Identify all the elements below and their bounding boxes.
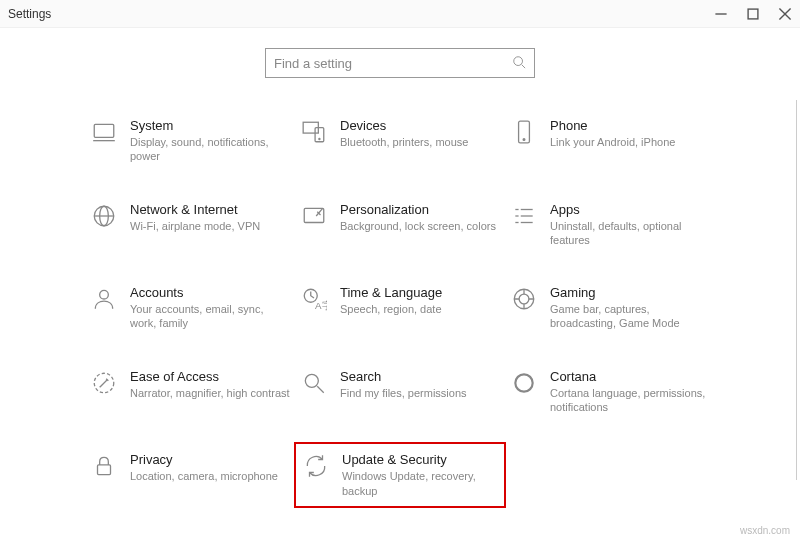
cortana-icon [510, 369, 538, 397]
tile-desc: Display, sound, notifications, power [130, 135, 290, 164]
tile-system[interactable]: System Display, sound, notifications, po… [90, 118, 290, 164]
tile-title: Cortana [550, 369, 710, 384]
minimize-icon[interactable] [714, 7, 728, 21]
gaming-icon [510, 285, 538, 313]
svg-point-27 [519, 294, 529, 304]
tile-devices[interactable]: Devices Bluetooth, printers, mouse [300, 118, 500, 164]
tile-title: Personalization [340, 202, 496, 217]
svg-text:A字: A字 [315, 300, 327, 311]
apps-icon [510, 202, 538, 230]
svg-rect-1 [748, 9, 758, 19]
svg-point-23 [100, 291, 109, 300]
tile-title: System [130, 118, 290, 133]
tile-phone[interactable]: Phone Link your Android, iPhone [510, 118, 710, 164]
system-icon [90, 118, 118, 146]
svg-line-30 [317, 386, 324, 393]
tile-title: Gaming [550, 285, 710, 300]
tile-desc: Wi-Fi, airplane mode, VPN [130, 219, 260, 233]
scrollbar[interactable] [796, 100, 797, 480]
phone-icon [510, 118, 538, 146]
tile-title: Apps [550, 202, 710, 217]
svg-point-31 [515, 374, 532, 391]
tile-desc: Your accounts, email, sync, work, family [130, 302, 290, 331]
svg-line-5 [522, 64, 526, 68]
settings-grid: System Display, sound, notifications, po… [0, 118, 800, 498]
tile-title: Phone [550, 118, 675, 133]
tile-time-language[interactable]: A字 Time & Language Speech, region, date [300, 285, 500, 331]
svg-point-12 [523, 139, 525, 141]
tile-desc: Bluetooth, printers, mouse [340, 135, 468, 149]
tile-desc: Speech, region, date [340, 302, 442, 316]
accounts-icon [90, 285, 118, 313]
tile-ease-of-access[interactable]: Ease of Access Narrator, magnifier, high… [90, 369, 290, 415]
tile-network[interactable]: Network & Internet Wi-Fi, airplane mode,… [90, 202, 290, 248]
tile-cortana[interactable]: Cortana Cortana language, permissions, n… [510, 369, 710, 415]
maximize-icon[interactable] [746, 7, 760, 21]
tile-title: Network & Internet [130, 202, 260, 217]
tile-desc: Find my files, permissions [340, 386, 467, 400]
svg-rect-6 [94, 124, 114, 137]
search-icon [512, 55, 526, 72]
svg-point-4 [514, 56, 523, 65]
search-tile-icon [300, 369, 328, 397]
devices-icon [300, 118, 328, 146]
tile-desc: Windows Update, recovery, backup [342, 469, 498, 498]
tile-personalization[interactable]: Personalization Background, lock screen,… [300, 202, 500, 248]
tile-desc: Link your Android, iPhone [550, 135, 675, 149]
window-title: Settings [8, 7, 51, 21]
svg-point-29 [305, 374, 318, 387]
svg-point-10 [319, 139, 320, 140]
search-box[interactable] [265, 48, 535, 78]
lock-icon [90, 452, 118, 480]
search-wrap [0, 48, 800, 78]
tile-accounts[interactable]: Accounts Your accounts, email, sync, wor… [90, 285, 290, 331]
tile-desc: Background, lock screen, colors [340, 219, 496, 233]
tile-desc: Location, camera, microphone [130, 469, 278, 483]
tile-title: Accounts [130, 285, 290, 300]
tile-title: Update & Security [342, 452, 498, 467]
tile-title: Search [340, 369, 467, 384]
tile-apps[interactable]: Apps Uninstall, defaults, optional featu… [510, 202, 710, 248]
title-bar: Settings [0, 0, 800, 28]
tile-title: Privacy [130, 452, 278, 467]
tile-desc: Cortana language, permissions, notificat… [550, 386, 710, 415]
tile-title: Devices [340, 118, 468, 133]
tile-desc: Narrator, magnifier, high contrast [130, 386, 290, 400]
ease-of-access-icon [90, 369, 118, 397]
watermark: wsxdn.com [740, 525, 790, 536]
search-input[interactable] [274, 56, 512, 71]
time-language-icon: A字 [300, 285, 328, 313]
tile-title: Time & Language [340, 285, 442, 300]
tile-update-security[interactable]: Update & Security Windows Update, recove… [294, 442, 506, 508]
globe-icon [90, 202, 118, 230]
tile-privacy[interactable]: Privacy Location, camera, microphone [90, 452, 290, 498]
window-controls [714, 7, 792, 21]
update-icon [302, 452, 330, 480]
personalization-icon [300, 202, 328, 230]
tile-gaming[interactable]: Gaming Game bar, captures, broadcasting,… [510, 285, 710, 331]
tile-title: Ease of Access [130, 369, 290, 384]
close-icon[interactable] [778, 7, 792, 21]
svg-rect-32 [98, 465, 111, 475]
tile-search[interactable]: Search Find my files, permissions [300, 369, 500, 415]
tile-desc: Game bar, captures, broadcasting, Game M… [550, 302, 710, 331]
tile-desc: Uninstall, defaults, optional features [550, 219, 710, 248]
